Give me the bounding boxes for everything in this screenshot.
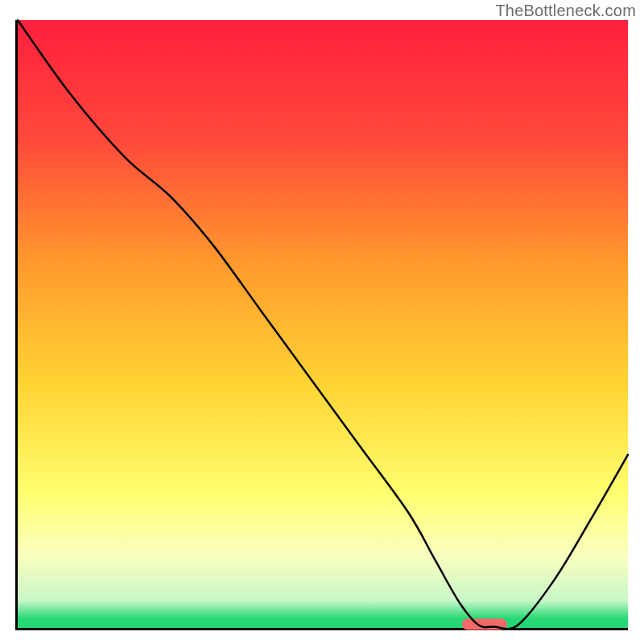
axis-left xyxy=(15,20,18,630)
chart-svg xyxy=(0,0,644,644)
chart-canvas: TheBottleneck.com xyxy=(0,0,644,644)
watermark: TheBottleneck.com xyxy=(495,2,636,20)
axis-bottom xyxy=(15,628,628,630)
plot-area-bg xyxy=(18,20,628,628)
